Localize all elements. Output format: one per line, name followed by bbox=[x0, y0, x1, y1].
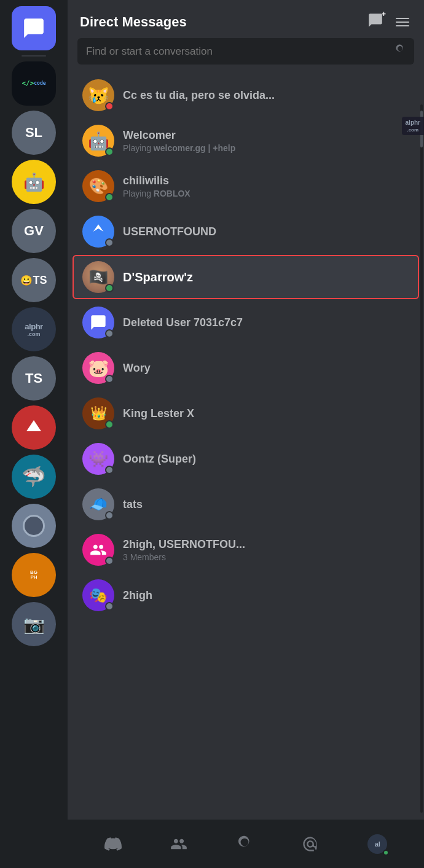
list-item[interactable]: 🎭 2high bbox=[73, 573, 419, 617]
sidebar-item-bgph[interactable]: BG PH bbox=[12, 553, 56, 597]
page-title: Direct Messages bbox=[80, 14, 187, 30]
search-bar[interactable] bbox=[77, 38, 414, 65]
dm-avatar-wrap: 🤖 bbox=[82, 125, 114, 157]
list-item[interactable]: 😿 Cc es tu dia, pero se olvida... bbox=[73, 73, 419, 117]
dm-status: Playing ROBLOX bbox=[123, 189, 409, 198]
dm-name: Welcomer bbox=[123, 129, 409, 142]
dm-name: D'Sparrow'z bbox=[123, 270, 409, 284]
dm-avatar-wrap: 🐷 bbox=[82, 352, 114, 384]
sidebar-item-alphr[interactable]: alphr .com bbox=[12, 307, 56, 351]
dm-avatar-wrap bbox=[82, 307, 114, 338]
status-dot bbox=[105, 602, 114, 611]
dm-list: 😿 Cc es tu dia, pero se olvida... 🤖 Welc… bbox=[68, 72, 424, 819]
list-item[interactable]: 🤖 Welcomer Playing welcomer.gg | +help bbox=[73, 119, 419, 163]
dm-home-button[interactable] bbox=[12, 6, 56, 50]
arrow-up-icon bbox=[23, 416, 45, 439]
status-dot bbox=[105, 375, 114, 383]
menu-button[interactable] bbox=[393, 15, 412, 29]
sidebar-item-gv[interactable]: GV bbox=[12, 209, 56, 253]
dm-info: 2high bbox=[123, 589, 409, 602]
dm-name: Deleted User 7031c7c7 bbox=[123, 316, 409, 329]
sidebar-item-photo[interactable]: 📷 bbox=[12, 602, 56, 646]
status-dot bbox=[105, 420, 114, 429]
scrollbar[interactable] bbox=[420, 104, 423, 813]
dm-status: Playing welcomer.gg | +help bbox=[123, 143, 409, 153]
search-input[interactable] bbox=[86, 45, 388, 58]
list-item[interactable]: 🐷 Wory bbox=[73, 346, 419, 390]
status-dot bbox=[105, 147, 114, 156]
online-indicator bbox=[383, 850, 389, 856]
header-actions: + bbox=[367, 12, 412, 32]
dm-info: Welcomer Playing welcomer.gg | +help bbox=[123, 129, 409, 153]
dm-avatar-wrap: 🏴‍☠️ bbox=[82, 261, 114, 293]
list-item[interactable]: 👑 King Lester X bbox=[73, 391, 419, 436]
dm-info: Wory bbox=[123, 362, 409, 375]
dm-avatar-wrap bbox=[82, 534, 114, 566]
sidebar-item-sl[interactable]: SL bbox=[12, 111, 56, 155]
discord-icon bbox=[104, 835, 122, 853]
dm-info: D'Sparrow'z bbox=[123, 270, 409, 284]
nav-mentions[interactable] bbox=[302, 835, 319, 853]
nav-search[interactable] bbox=[236, 835, 253, 853]
dm-avatar-wrap: 👾 bbox=[82, 443, 114, 475]
list-item[interactable]: 2high, USERNOTFOU... 3 Members bbox=[73, 528, 419, 572]
dm-avatar-wrap: 🎭 bbox=[82, 579, 114, 611]
dm-info: Deleted User 7031c7c7 bbox=[123, 316, 409, 329]
sidebar-item-label: TS bbox=[25, 370, 42, 386]
dm-avatar-wrap: 🎨 bbox=[82, 170, 114, 202]
status-dot bbox=[105, 284, 114, 292]
nav-profile[interactable]: al bbox=[367, 834, 387, 854]
dm-avatar-wrap: 👑 bbox=[82, 397, 114, 429]
sidebar-item-lego[interactable]: 🤖 bbox=[12, 160, 56, 204]
dm-name: Oontz (Super) bbox=[123, 453, 409, 466]
search-nav-icon bbox=[236, 835, 253, 853]
nav-friends[interactable] bbox=[170, 835, 187, 853]
sidebar-item-label: 😀TS bbox=[20, 274, 47, 287]
dm-info: USERNOTFOUND bbox=[123, 225, 409, 238]
message-icon bbox=[22, 17, 45, 40]
server-sidebar: </>code SL 🤖 GV 😀TS alphr .com TS bbox=[0, 0, 68, 868]
dm-name: 2high bbox=[123, 589, 409, 602]
status-dot bbox=[105, 466, 114, 474]
sidebar-item-circle[interactable] bbox=[12, 504, 56, 548]
list-item-dsparrowz[interactable]: 🏴‍☠️ D'Sparrow'z bbox=[73, 255, 419, 299]
list-item[interactable]: 👾 Oontz (Super) bbox=[73, 437, 419, 481]
profile-label: al bbox=[375, 840, 380, 848]
status-dot bbox=[105, 102, 114, 111]
new-dm-button[interactable]: + bbox=[367, 12, 383, 32]
dm-avatar-wrap: 🧢 bbox=[82, 488, 114, 520]
search-icon bbox=[395, 44, 406, 58]
dm-name: chiliwilis bbox=[123, 174, 409, 187]
list-item[interactable]: Deleted User 7031c7c7 bbox=[73, 300, 419, 345]
dm-info: Oontz (Super) bbox=[123, 453, 409, 466]
list-item[interactable]: 🎨 chiliwilis Playing ROBLOX bbox=[73, 164, 419, 208]
status-dot bbox=[105, 511, 114, 520]
dm-info: 2high, USERNOTFOU... 3 Members bbox=[123, 538, 409, 562]
sidebar-item-arrow[interactable] bbox=[12, 405, 56, 450]
friends-icon bbox=[170, 835, 187, 853]
nav-home[interactable] bbox=[104, 835, 122, 853]
dm-name: Wory bbox=[123, 362, 409, 375]
sidebar-item-label: SL bbox=[25, 125, 42, 141]
dm-avatar-wrap bbox=[82, 216, 114, 248]
dm-panel: Direct Messages + bbox=[68, 0, 424, 868]
watermark-top: alphr.com bbox=[402, 117, 424, 135]
bottom-nav: al bbox=[68, 819, 424, 868]
list-item[interactable]: 🧢 tats bbox=[73, 482, 419, 526]
sidebar-item-shark[interactable]: 🦈 bbox=[12, 455, 56, 499]
status-dot bbox=[105, 329, 114, 338]
sidebar-item-ts[interactable]: 😀TS bbox=[12, 258, 56, 302]
dm-info: tats bbox=[123, 498, 409, 511]
sidebar-item-coding[interactable]: </>code bbox=[12, 61, 56, 106]
sidebar-item-ts2[interactable]: TS bbox=[12, 356, 56, 401]
status-dot bbox=[105, 193, 114, 201]
list-item[interactable]: USERNOTFOUND bbox=[73, 209, 419, 254]
dm-name: USERNOTFOUND bbox=[123, 225, 409, 238]
dm-name: 2high, USERNOTFOU... bbox=[123, 538, 409, 551]
dm-info: chiliwilis Playing ROBLOX bbox=[123, 174, 409, 198]
dm-name: King Lester X bbox=[123, 407, 409, 420]
dm-avatar-wrap: 😿 bbox=[82, 79, 114, 111]
mentions-icon bbox=[302, 835, 319, 853]
dm-header: Direct Messages + bbox=[68, 0, 424, 38]
dm-name: Cc es tu dia, pero se olvida... bbox=[123, 89, 409, 102]
